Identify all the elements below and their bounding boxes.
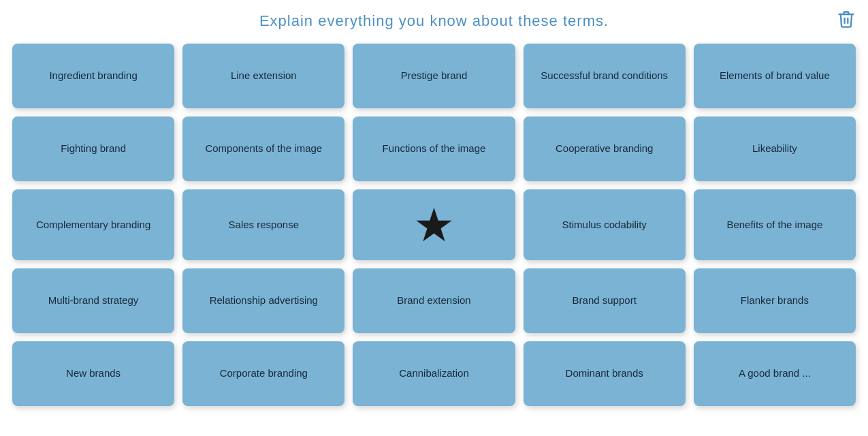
card-ingredient-branding[interactable]: Ingredient branding bbox=[12, 44, 174, 108]
card-label: Cannibalization bbox=[399, 367, 469, 380]
card-successful-brand-conditions[interactable]: Successful brand conditions bbox=[524, 44, 686, 108]
card-new-brands[interactable]: New brands bbox=[12, 341, 174, 406]
page-title: Explain everything you know about these … bbox=[259, 12, 609, 29]
page-header: Explain everything you know about these … bbox=[0, 0, 868, 37]
card-label: Ingredient branding bbox=[49, 69, 137, 82]
card-cooperative-branding[interactable]: Cooperative branding bbox=[524, 116, 686, 181]
card-label: Complementary branding bbox=[36, 218, 150, 232]
card-label: Brand support bbox=[573, 294, 637, 307]
card-label: Elements of brand value bbox=[720, 69, 830, 82]
card-label: Flanker brands bbox=[741, 294, 809, 307]
card-brand-support[interactable]: Brand support bbox=[524, 268, 686, 333]
card-label: Dominant brands bbox=[566, 367, 643, 380]
card-flanker-brands[interactable]: Flanker brands bbox=[694, 268, 856, 333]
card-star-card[interactable]: ★ bbox=[353, 189, 515, 260]
card-line-extension[interactable]: Line extension bbox=[182, 44, 344, 108]
card-multi-brand-strategy[interactable]: Multi-brand strategy bbox=[12, 268, 174, 333]
card-complementary-branding[interactable]: Complementary branding bbox=[12, 189, 174, 260]
card-label: A good brand ... bbox=[739, 367, 811, 380]
card-label: Fighting brand bbox=[61, 142, 126, 155]
card-elements-of-brand-value[interactable]: Elements of brand value bbox=[694, 44, 856, 108]
card-benefits-of-the-image[interactable]: Benefits of the image bbox=[694, 189, 856, 260]
card-likeability[interactable]: Likeability bbox=[694, 116, 856, 181]
card-corporate-branding[interactable]: Corporate branding bbox=[182, 341, 344, 406]
card-label: Components of the image bbox=[205, 142, 322, 155]
card-grid: Ingredient brandingLine extensionPrestig… bbox=[0, 37, 868, 418]
card-functions-of-the-image[interactable]: Functions of the image bbox=[353, 116, 515, 181]
card-brand-extension[interactable]: Brand extension bbox=[353, 268, 515, 333]
star-icon: ★ bbox=[413, 202, 455, 248]
card-components-of-the-image[interactable]: Components of the image bbox=[182, 116, 344, 181]
card-cannibalization[interactable]: Cannibalization bbox=[353, 341, 515, 406]
card-dominant-brands[interactable]: Dominant brands bbox=[524, 341, 686, 406]
card-label: Cooperative branding bbox=[556, 142, 653, 155]
card-label: Likeability bbox=[752, 142, 797, 155]
card-label: Brand extension bbox=[397, 294, 470, 307]
card-label: Relationship advertising bbox=[210, 294, 318, 307]
delete-button[interactable] bbox=[837, 10, 856, 29]
card-sales-response[interactable]: Sales response bbox=[182, 189, 344, 260]
card-label: Multi-brand strategy bbox=[48, 294, 139, 307]
card-prestige-brand[interactable]: Prestige brand bbox=[353, 44, 515, 108]
card-label: Functions of the image bbox=[383, 142, 486, 155]
card-label: Corporate branding bbox=[220, 367, 308, 380]
card-a-good-brand[interactable]: A good brand ... bbox=[694, 341, 856, 406]
card-label: Benefits of the image bbox=[726, 218, 822, 232]
card-label: Successful brand conditions bbox=[541, 69, 668, 82]
card-relationship-advertising[interactable]: Relationship advertising bbox=[182, 268, 344, 333]
card-stimulus-codability[interactable]: Stimulus codability bbox=[524, 189, 686, 260]
card-fighting-brand[interactable]: Fighting brand bbox=[12, 116, 174, 181]
card-label: Sales response bbox=[229, 218, 299, 232]
card-label: Line extension bbox=[231, 69, 297, 82]
card-label: New brands bbox=[66, 367, 120, 380]
card-label: Prestige brand bbox=[401, 69, 468, 82]
card-label: Stimulus codability bbox=[562, 218, 647, 232]
